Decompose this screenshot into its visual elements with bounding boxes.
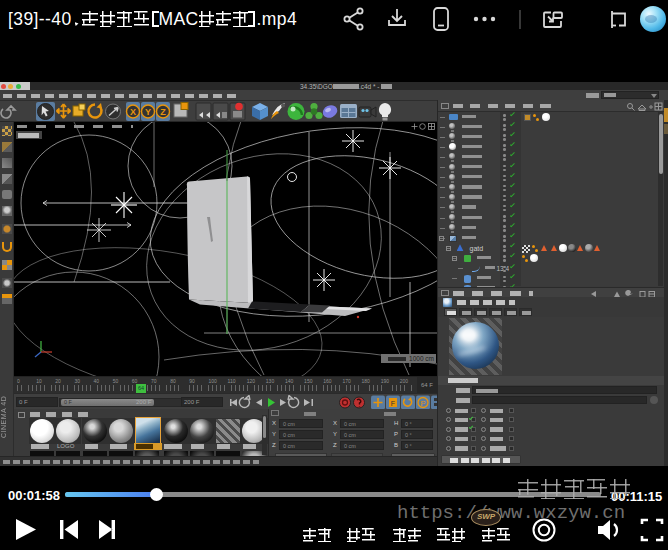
svg-text:F: F: [391, 400, 395, 407]
svg-text:X: X: [130, 107, 136, 117]
svg-text:Y: Y: [145, 107, 151, 117]
svg-text:Z: Z: [160, 107, 166, 117]
svg-text:P: P: [420, 399, 425, 408]
